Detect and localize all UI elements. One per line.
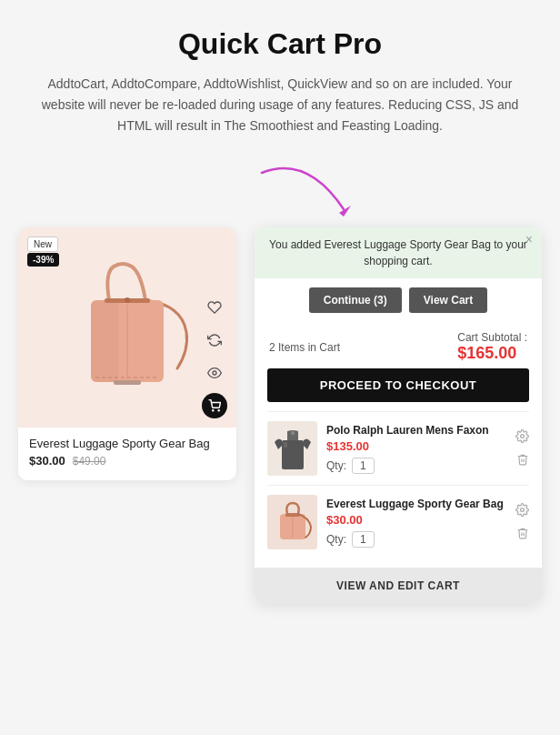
svg-rect-7 [114,380,141,385]
item-name: Polo Ralph Lauren Mens Faxon [326,424,506,437]
notification-text: You added Everest Luggage Sporty Gear Ba… [269,238,527,267]
cart-items-list: Polo Ralph Lauren Mens Faxon $135.00 Qty… [255,411,542,559]
item-settings-icon[interactable] [515,503,529,519]
svg-marker-0 [339,206,351,216]
svg-point-12 [291,431,295,435]
wishlist-icon[interactable] [202,295,227,320]
cart-subtotal-value: $165.00 [457,344,516,362]
svg-rect-2 [91,300,118,382]
svg-point-6 [125,297,130,303]
item-price: $135.00 [326,439,506,453]
price-old: $49.00 [73,455,106,468]
product-image-area: New -39% [18,227,236,428]
product-bag-image [64,250,191,405]
page-description: AddtoCart, AddtoCompare, AddtoWishlist, … [35,74,525,136]
cart-subtotal-label: Cart Subtotal : [457,331,527,344]
svg-point-9 [213,410,214,411]
item-qty: Qty: 1 [326,458,506,474]
item-delete-icon[interactable] [516,453,529,468]
svg-point-18 [521,508,525,511]
cart-panel: You added Everest Luggage Sporty Gear Ba… [255,227,542,604]
svg-point-10 [218,410,219,411]
product-prices: $30.00 $49.00 [29,454,225,468]
qty-value[interactable]: 1 [352,458,375,474]
arrow-decoration [18,164,542,218]
item-details: Polo Ralph Lauren Mens Faxon $135.00 Qty… [326,424,506,474]
svg-point-8 [213,371,216,375]
item-delete-icon[interactable] [516,527,529,542]
product-name: Everest Luggage Sporty Gear Bag [29,437,225,450]
badge-new: New [27,237,58,252]
price-new: $30.00 [29,454,65,468]
quickview-icon[interactable] [202,360,227,386]
item-details: Everest Luggage Sporty Gear Bag $30.00 Q… [326,498,506,548]
item-thumbnail [267,495,317,549]
side-icons [202,295,227,418]
badge-discount: -39% [27,253,59,267]
item-name: Everest Luggage Sporty Gear Bag [326,498,506,510]
continue-button[interactable]: Continue (3) [309,287,402,313]
cart-summary: 2 Items in Cart Cart Subtotal : $165.00 [255,322,542,368]
add-to-cart-icon[interactable] [202,393,227,418]
item-actions [515,429,529,468]
view-edit-cart-button[interactable]: VIEW AND EDIT CART [255,568,542,604]
item-actions [515,503,529,542]
cart-item: Everest Luggage Sporty Gear Bag $30.00 Q… [267,485,529,559]
svg-rect-13 [284,442,287,448]
qty-label: Qty: [326,459,346,472]
view-cart-button[interactable]: View Cart [409,287,487,313]
product-info: Everest Luggage Sporty Gear Bag $30.00 $… [18,428,236,468]
cart-items-count: 2 Items in Cart [269,341,340,354]
compare-icon[interactable] [202,327,227,353]
item-price: $30.00 [326,513,506,527]
item-qty: Qty: 1 [326,531,506,548]
qty-label: Qty: [326,533,346,546]
cart-subtotal-area: Cart Subtotal : $165.00 [457,331,527,363]
item-thumbnail [267,421,317,476]
item-settings-icon[interactable] [515,429,529,446]
cart-item: Polo Ralph Lauren Mens Faxon $135.00 Qty… [267,411,529,485]
cart-notification: You added Everest Luggage Sporty Gear Ba… [255,227,542,278]
page-title: Quick Cart Pro [18,27,542,61]
close-button[interactable]: × [525,233,533,246]
svg-point-14 [521,434,525,438]
product-card: New -39% [18,227,236,480]
cart-action-buttons: Continue (3) View Cart [255,278,542,322]
panels-container: New -39% [18,227,542,604]
proceed-checkout-button[interactable]: PROCEED TO CHECKOUT [267,368,529,402]
qty-value[interactable]: 1 [352,531,375,548]
